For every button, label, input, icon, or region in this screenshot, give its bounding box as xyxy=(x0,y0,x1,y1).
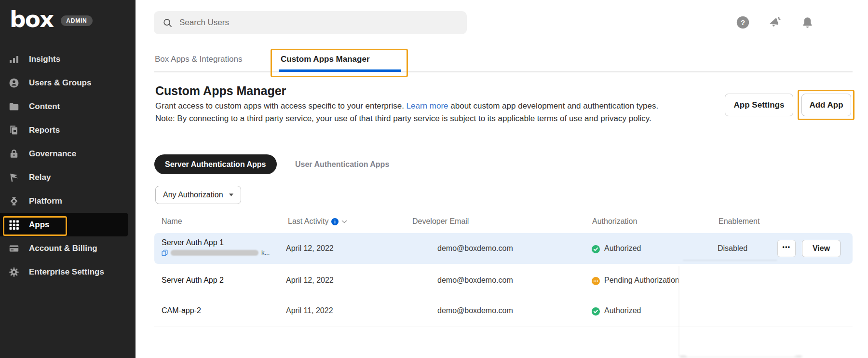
authorized-check-icon xyxy=(592,307,600,316)
sidebar-item-label: Enterprise Settings xyxy=(29,267,104,277)
sidebar-item-governance[interactable]: Governance xyxy=(0,142,136,165)
flag-icon xyxy=(8,172,20,183)
announcements-megaphone-icon[interactable] xyxy=(768,16,781,29)
platform-chevrons-icon xyxy=(8,195,20,207)
credit-card-icon xyxy=(8,243,20,254)
app-grid-icon xyxy=(8,219,20,231)
notifications-bell-icon[interactable] xyxy=(801,16,814,29)
client-id-row: k... xyxy=(162,249,270,256)
tabs-divider xyxy=(154,71,853,72)
authorized-check-icon xyxy=(592,245,600,253)
sidebar-item-enterprise-settings[interactable]: Enterprise Settings xyxy=(0,260,136,284)
header-label: Last Activity xyxy=(288,217,328,226)
svg-text:?: ? xyxy=(741,18,745,27)
folder-icon xyxy=(8,101,20,112)
client-id-suffix: k... xyxy=(261,249,270,256)
sidebar-item-label: Governance xyxy=(29,149,76,159)
sidebar-item-label: Account & Billing xyxy=(29,244,97,253)
box-logo: box xyxy=(10,8,53,30)
overlay-shadow xyxy=(683,260,777,261)
server-auth-apps-toggle[interactable]: Server Authentication Apps xyxy=(154,154,277,174)
developer-email-cell: demo@boxdemo.com xyxy=(437,244,513,253)
search-bar[interactable] xyxy=(154,11,467,34)
sort-chevron-down-icon[interactable] xyxy=(341,220,347,223)
sidebar-item-label: Relay xyxy=(29,173,51,182)
developer-email-cell: demo@boxdemo.com xyxy=(437,306,513,315)
user-auth-apps-toggle[interactable]: User Authentication Apps xyxy=(295,154,389,174)
last-activity-cell: April 12, 2022 xyxy=(286,276,334,285)
sidebar-item-relay[interactable]: Relay xyxy=(0,165,136,189)
sidebar-item-insights[interactable]: Insights xyxy=(0,47,136,71)
tab-box-apps-integrations[interactable]: Box Apps & Integrations xyxy=(155,55,242,64)
header-label: Authorization xyxy=(592,217,637,226)
admin-badge: ADMIN xyxy=(61,15,92,26)
header-label: Developer Email xyxy=(412,217,469,226)
header-label: Enablement xyxy=(719,217,760,226)
sidebar-nav: Insights Users & Groups Content Reports xyxy=(0,47,136,284)
last-activity-cell: April 11, 2022 xyxy=(286,306,333,315)
overlay-shadow xyxy=(795,356,802,358)
column-header-last-activity[interactable]: Last Activity xyxy=(288,217,347,226)
app-name[interactable]: Server Auth App 2 xyxy=(162,276,224,285)
enablement-cell: Disabled xyxy=(718,244,747,253)
active-tab-underline xyxy=(279,69,401,72)
row-divider xyxy=(154,327,853,327)
app-settings-button[interactable]: App Settings xyxy=(725,94,793,116)
sidebar-item-label: Apps xyxy=(29,220,50,230)
lock-icon xyxy=(8,148,20,160)
last-activity-cell: April 12, 2022 xyxy=(286,244,334,253)
bar-chart-icon xyxy=(8,54,20,65)
authorization-cell: Authorized xyxy=(604,244,641,253)
view-button[interactable]: View xyxy=(802,240,841,257)
sidebar-item-label: Reports xyxy=(29,125,60,135)
column-header-enablement[interactable]: Enablement xyxy=(719,217,760,226)
description-text: Grant access to custom apps with access … xyxy=(155,101,407,110)
developer-email-cell: demo@boxdemo.com xyxy=(437,276,513,285)
brand: box ADMIN xyxy=(10,8,93,30)
sidebar-item-platform[interactable]: Platform xyxy=(0,189,136,213)
help-icon[interactable]: ? xyxy=(736,16,749,29)
sidebar-item-users-groups[interactable]: Users & Groups xyxy=(0,71,136,95)
add-app-button[interactable]: Add App xyxy=(801,94,851,116)
chevron-down-icon xyxy=(229,193,233,196)
header-label: Name xyxy=(162,217,182,226)
authorization-cell-clipped: Pending Authorization xyxy=(604,276,678,287)
info-icon[interactable] xyxy=(331,218,339,225)
sidebar-item-account-billing[interactable]: Account & Billing xyxy=(0,236,136,260)
redacted-client-id xyxy=(171,250,258,256)
authorization-filter-dropdown[interactable]: Any Authorization xyxy=(155,186,241,204)
app-name: Server Auth App 1 xyxy=(162,238,224,247)
column-header-authorization[interactable]: Authorization xyxy=(592,217,637,226)
sidebar: box ADMIN Insights Users & Groups C xyxy=(0,0,136,358)
sidebar-item-apps[interactable]: Apps xyxy=(0,213,128,236)
column-header-name[interactable]: Name xyxy=(162,217,182,226)
app-name[interactable]: CAM-app-2 xyxy=(162,306,201,315)
dropdown-selected-value: Any Authorization xyxy=(163,191,223,199)
page-title: Custom Apps Manager xyxy=(155,84,286,98)
search-icon xyxy=(163,18,173,28)
sidebar-item-label: Platform xyxy=(29,196,62,206)
sidebar-item-reports[interactable]: Reports xyxy=(0,118,136,142)
learn-more-link[interactable]: Learn more xyxy=(407,101,448,110)
row-divider xyxy=(154,296,853,296)
sidebar-item-label: Insights xyxy=(29,55,60,64)
search-input[interactable] xyxy=(179,18,430,28)
gear-icon xyxy=(8,266,20,278)
user-circle-icon xyxy=(8,77,20,89)
report-doc-icon xyxy=(8,124,20,136)
sidebar-item-label: Content xyxy=(29,102,60,111)
sidebar-item-label: Users & Groups xyxy=(29,78,91,88)
box-admin-console: box ADMIN Insights Users & Groups C xyxy=(0,0,868,358)
column-header-developer-email[interactable]: Developer Email xyxy=(412,217,469,226)
overlay-shadow xyxy=(679,356,687,358)
authorization-cell: Authorized xyxy=(604,306,641,315)
overlay-edge xyxy=(678,266,679,356)
sidebar-item-content[interactable]: Content xyxy=(0,95,136,118)
copy-icon[interactable] xyxy=(162,249,168,256)
overlay-shadow xyxy=(685,357,796,358)
pending-icon xyxy=(592,277,600,285)
page-description: Grant access to custom apps with access … xyxy=(155,100,664,124)
tab-custom-apps-manager[interactable]: Custom Apps Manager xyxy=(281,55,370,64)
more-options-button[interactable]: ••• xyxy=(777,240,796,257)
